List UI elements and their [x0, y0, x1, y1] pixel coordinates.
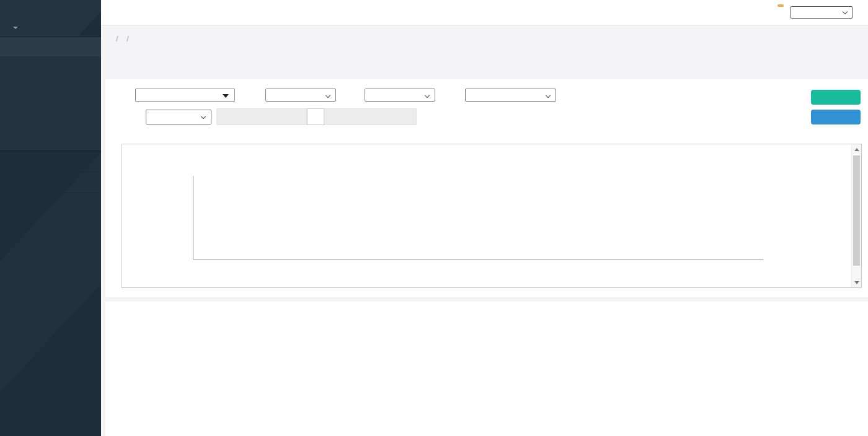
scroll-up-icon[interactable] — [852, 144, 862, 154]
topbar — [101, 0, 868, 25]
chevron-down-icon — [425, 93, 430, 98]
date-preset-select[interactable] — [146, 110, 211, 124]
dropdown-arrow-icon — [223, 94, 229, 98]
station-select[interactable] — [465, 89, 556, 102]
sidebar-item-trend-chart[interactable] — [0, 132, 101, 147]
chart-scrollbar[interactable] — [851, 144, 861, 287]
chevron-down-icon — [201, 114, 206, 119]
language-select[interactable] — [790, 6, 853, 19]
chevron-down-icon — [546, 93, 551, 98]
notification-badge[interactable] — [777, 4, 784, 7]
sidebar-item-period-stats[interactable] — [0, 117, 101, 132]
org-name — [0, 14, 101, 24]
sidebar — [0, 0, 101, 436]
breadcrumb-separator: / — [126, 35, 128, 43]
sidebar-item-station-stats[interactable] — [0, 102, 101, 117]
sidebar-item-base-data[interactable] — [0, 172, 101, 193]
org-code-dropdown[interactable] — [0, 24, 101, 37]
sidebar-item-passenger-detail[interactable] — [0, 58, 101, 72]
table-wrap — [105, 302, 868, 308]
date-from-input[interactable] — [216, 108, 307, 125]
line-select[interactable] — [265, 89, 336, 102]
table-section — [105, 302, 868, 436]
menu-group-passenger-stats — [0, 37, 101, 151]
company-select[interactable] — [135, 89, 235, 102]
scroll-down-icon[interactable] — [852, 277, 862, 287]
breadcrumb-separator: / — [116, 35, 118, 43]
export-button[interactable] — [811, 110, 861, 124]
chevron-down-icon — [843, 9, 848, 14]
sidebar-item-device-status[interactable] — [0, 151, 101, 172]
scrollbar-thumb[interactable] — [853, 155, 860, 266]
sidebar-item-passenger-stats[interactable] — [0, 37, 101, 56]
chart-plot — [193, 176, 763, 259]
chart-panel — [122, 144, 862, 288]
vehicle-select[interactable] — [365, 89, 435, 102]
caret-down-icon — [13, 27, 18, 29]
app-root: / / — [0, 0, 868, 436]
page-header: / / — [101, 25, 868, 79]
query-button[interactable] — [811, 90, 861, 105]
filter-chart-section — [105, 79, 868, 297]
date-separator — [307, 108, 324, 125]
submenu — [0, 56, 101, 150]
sidebar-item-passenger-summary[interactable] — [0, 72, 101, 87]
date-to-input[interactable] — [324, 108, 417, 125]
sidebar-item-line-stats[interactable] — [0, 87, 101, 102]
breadcrumb: / / — [112, 35, 868, 43]
brand-title — [0, 0, 101, 14]
chevron-down-icon — [326, 93, 330, 98]
